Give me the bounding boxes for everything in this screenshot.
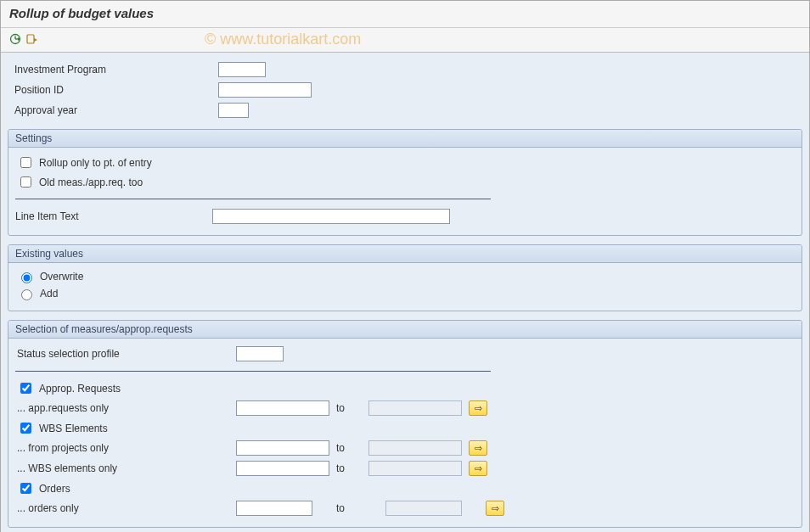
input-from-projects-to[interactable]	[368, 440, 462, 456]
input-wbs-elements-to[interactable]	[368, 461, 462, 476]
input-approval-year[interactable]	[218, 103, 249, 118]
multiple-selection-button[interactable]: ⇨	[469, 461, 487, 476]
input-line-item-text[interactable]	[212, 209, 450, 224]
multiple-selection-button[interactable]: ⇨	[469, 440, 487, 456]
row-approp-requests: Approp. Requests	[15, 378, 795, 398]
arrow-right-icon: ⇨	[475, 443, 482, 454]
checkbox-rollup-only[interactable]	[20, 157, 31, 168]
input-investment-program[interactable]	[218, 62, 266, 77]
label-line-item-text: Line Item Text	[15, 210, 212, 222]
arrow-right-icon: ⇨	[475, 403, 482, 414]
label-rollup-only: Rollup only to pt. of entry	[39, 157, 152, 169]
row-add: Add	[15, 285, 795, 302]
group-settings-title: Settings	[8, 130, 802, 148]
input-app-requests-to[interactable]	[368, 400, 462, 416]
separator	[15, 371, 491, 372]
multiple-selection-button[interactable]: ⇨	[469, 400, 487, 416]
radio-overwrite[interactable]	[21, 272, 32, 283]
input-status-profile[interactable]	[236, 346, 284, 361]
label-investment-program: Investment Program	[14, 64, 218, 76]
arrow-right-icon: ⇨	[475, 463, 482, 474]
svg-marker-5	[34, 38, 37, 42]
input-position-id[interactable]	[218, 82, 312, 98]
row-old-meas: Old meas./app.req. too	[15, 172, 795, 192]
label-from-projects-only: ... from projects only	[17, 442, 229, 454]
group-settings: Settings Rollup only to pt. of entry Old…	[8, 129, 802, 236]
row-app-requests-only: ... app.requests only to ⇨	[15, 398, 795, 418]
label-status-profile: Status selection profile	[17, 348, 229, 360]
checkbox-wbs-elements[interactable]	[20, 423, 31, 434]
content-area: Investment Program Position ID Approval …	[1, 53, 809, 532]
toolbar	[1, 28, 809, 53]
row-from-projects-only: ... from projects only to ⇨	[15, 438, 795, 458]
row-approval-year: Approval year	[8, 100, 802, 120]
label-wbs-elements: WBS Elements	[39, 423, 108, 434]
label-approval-year: Approval year	[14, 104, 218, 116]
label-orders-only: ... orders only	[17, 502, 229, 514]
label-to: to	[336, 502, 362, 514]
input-from-projects-from[interactable]	[236, 440, 329, 456]
checkbox-old-meas[interactable]	[20, 176, 31, 188]
label-old-meas: Old meas./app.req. too	[39, 176, 143, 188]
label-add: Add	[40, 288, 58, 300]
input-orders-from[interactable]	[236, 501, 312, 516]
label-approp-requests: Approp. Requests	[39, 383, 121, 395]
row-wbs-elements-only: ... WBS elements only to ⇨	[15, 458, 795, 479]
label-position-id: Position ID	[14, 84, 218, 96]
input-app-requests-from[interactable]	[236, 400, 329, 416]
radio-add[interactable]	[21, 289, 32, 300]
label-wbs-elements-only: ... WBS elements only	[17, 462, 229, 474]
row-line-item-text: Line Item Text	[15, 206, 795, 227]
separator	[15, 199, 491, 199]
label-app-requests-only: ... app.requests only	[17, 402, 229, 414]
group-selection: Selection of measures/approp.requests St…	[8, 320, 802, 528]
svg-rect-4	[27, 35, 34, 43]
row-orders: Orders	[15, 479, 795, 498]
label-overwrite: Overwrite	[40, 271, 83, 283]
checkbox-orders[interactable]	[20, 483, 31, 494]
label-to: to	[336, 442, 362, 454]
checkbox-approp-requests[interactable]	[20, 383, 31, 394]
input-wbs-elements-from[interactable]	[236, 461, 329, 476]
row-overwrite: Overwrite	[15, 268, 795, 285]
window: © www.tutorialkart.com Rollup of budget …	[0, 0, 810, 532]
row-orders-only: ... orders only to ⇨	[15, 498, 795, 518]
row-investment-program: Investment Program	[8, 59, 802, 80]
row-status-profile: Status selection profile	[15, 344, 795, 364]
label-orders: Orders	[39, 483, 70, 495]
label-to: to	[336, 402, 362, 414]
arrow-right-icon: ⇨	[492, 503, 499, 514]
execute-icon[interactable]	[8, 31, 23, 47]
row-position-id: Position ID	[8, 80, 802, 100]
row-rollup-only: Rollup only to pt. of entry	[15, 153, 795, 172]
input-orders-to[interactable]	[385, 501, 462, 516]
label-to: to	[336, 462, 362, 474]
group-existing-values-title: Existing values	[8, 245, 802, 263]
multiple-selection-button[interactable]: ⇨	[486, 501, 504, 516]
get-variant-icon[interactable]	[25, 31, 40, 47]
row-wbs-elements: WBS Elements	[15, 418, 795, 438]
group-selection-title: Selection of measures/approp.requests	[8, 321, 802, 339]
group-existing-values: Existing values Overwrite Add	[8, 244, 802, 311]
page-title: Rollup of budget values	[1, 1, 809, 28]
